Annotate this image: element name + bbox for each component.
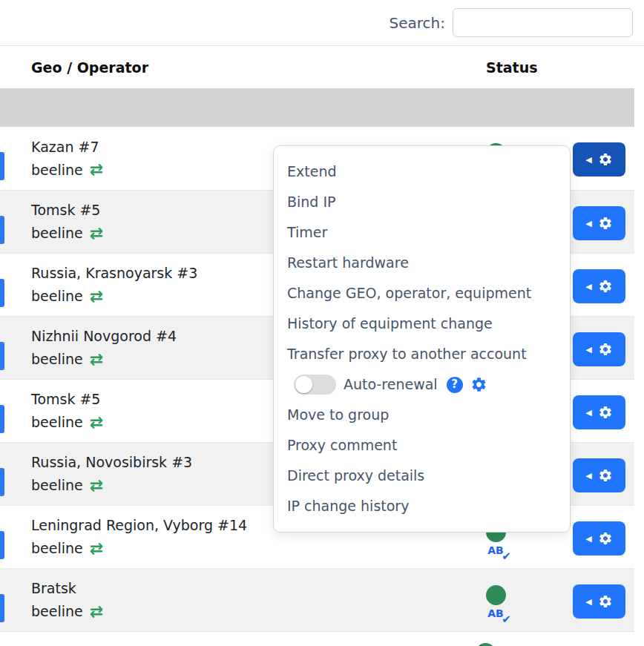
geo-title: Tomsk #5 — [31, 199, 103, 222]
swap-ip-icon[interactable]: ⇄ — [90, 225, 103, 242]
search-input[interactable] — [453, 8, 633, 37]
menu-item-timer[interactable]: Timer — [274, 217, 570, 248]
row-left-icon — [0, 216, 4, 244]
chevron-left-icon: ◀ — [585, 156, 591, 164]
gear-icon — [598, 405, 613, 420]
gear-icon — [598, 216, 613, 231]
table-row-partial — [0, 631, 634, 646]
menu-item-move-to-group[interactable]: Move to group — [274, 400, 570, 430]
row-settings-button[interactable]: ◀ — [573, 206, 625, 240]
menu-item-ip-change-history[interactable]: IP change history — [274, 491, 570, 521]
geo-title: Russia, Krasnoyarsk #3 — [31, 262, 197, 285]
operator-label: beeline — [31, 474, 83, 497]
swap-ip-icon[interactable]: ⇄ — [90, 289, 103, 305]
menu-item-direct-proxy-details[interactable]: Direct proxy details — [274, 461, 570, 491]
menu-item-transfer-proxy-to-another-account[interactable]: Transfer proxy to another account — [274, 339, 570, 369]
table-header: Geo / Operator Status — [0, 46, 644, 88]
ab-verified-icon: AB✔ — [487, 544, 504, 556]
gear-icon — [598, 531, 613, 546]
geo-operator-cell: Kazan #7 beeline ⇄ — [31, 136, 103, 182]
search-label: Search: — [390, 14, 445, 32]
geo-operator-cell: Nizhnii Novgorod #4 beeline ⇄ — [31, 325, 177, 371]
gear-icon — [598, 342, 613, 357]
row-left-icon — [0, 342, 4, 370]
auto-renewal-toggle[interactable] — [294, 375, 336, 395]
status-online-icon — [486, 585, 506, 605]
swap-ip-icon[interactable]: ⇄ — [90, 478, 103, 494]
geo-title: Kazan #7 — [31, 136, 103, 159]
row-settings-button[interactable]: ◀ — [573, 584, 625, 619]
row-actions-menu: ExtendBind IPTimerRestart hardwareChange… — [273, 145, 571, 533]
geo-title: Nizhnii Novgorod #4 — [31, 325, 177, 348]
row-settings-button[interactable]: ◀ — [573, 395, 625, 429]
row-settings-button[interactable]: ◀ — [573, 332, 625, 366]
geo-operator-cell: Tomsk #5 beeline ⇄ — [31, 388, 103, 434]
row-settings-button[interactable]: ◀ — [573, 458, 625, 492]
ab-verified-icon: AB✔ — [487, 607, 504, 619]
geo-operator-cell: Russia, Novosibirsk #3 beeline ⇄ — [31, 451, 192, 497]
help-icon[interactable]: ? — [447, 377, 463, 393]
chevron-left-icon: ◀ — [585, 535, 591, 543]
row-left-icon — [0, 152, 4, 180]
geo-title: Bratsk — [31, 577, 103, 600]
row-settings-button[interactable]: ◀ — [573, 142, 625, 177]
row-settings-button[interactable]: ◀ — [573, 269, 625, 303]
column-header-status: Status — [486, 59, 538, 76]
row-left-icon — [0, 468, 4, 496]
chevron-left-icon: ◀ — [585, 283, 591, 291]
status-cell: AB✔ — [467, 585, 524, 619]
menu-item-history-of-equipment-change[interactable]: History of equipment change — [274, 309, 570, 339]
swap-ip-icon[interactable]: ⇄ — [90, 541, 103, 557]
gear-icon — [598, 468, 613, 483]
gear-icon[interactable] — [470, 376, 487, 393]
geo-title: Leningrad Region, Vyborg #14 — [31, 514, 247, 537]
menu-item-proxy-comment[interactable]: Proxy comment — [274, 430, 570, 461]
group-bar — [0, 88, 634, 127]
swap-ip-icon[interactable]: ⇄ — [90, 604, 103, 620]
toggle-knob — [295, 376, 312, 393]
geo-operator-cell: Bratsk beeline ⇄ — [31, 577, 103, 623]
geo-operator-cell: Russia, Krasnoyarsk #3 beeline ⇄ — [31, 262, 197, 308]
operator-label: beeline — [31, 222, 83, 245]
topbar: Search: — [0, 0, 644, 46]
row-left-icon — [0, 405, 4, 433]
row-left-icon — [0, 594, 4, 622]
swap-ip-icon[interactable]: ⇄ — [90, 162, 103, 178]
operator-label: beeline — [31, 600, 83, 623]
auto-renewal-label: Auto-renewal — [344, 369, 438, 400]
geo-title: Russia, Novosibirsk #3 — [31, 451, 192, 474]
chevron-left-icon: ◀ — [585, 472, 591, 480]
menu-item-bind-ip[interactable]: Bind IP — [274, 187, 570, 217]
geo-operator-cell: Leningrad Region, Vyborg #14 beeline ⇄ — [31, 514, 247, 560]
swap-ip-icon[interactable]: ⇄ — [90, 415, 103, 431]
row-left-icon — [0, 279, 4, 307]
swap-ip-icon[interactable]: ⇄ — [90, 352, 103, 368]
status-online-icon — [476, 643, 496, 646]
geo-operator-cell: Tomsk #5 beeline ⇄ — [31, 199, 103, 245]
chevron-left-icon: ◀ — [585, 346, 591, 354]
gear-icon — [598, 152, 613, 167]
operator-label: beeline — [31, 285, 83, 308]
operator-label: beeline — [31, 537, 83, 560]
menu-item-change-geo-operator-equipment[interactable]: Change GEO, operator, equipment — [274, 278, 570, 309]
gear-icon — [598, 594, 613, 609]
table-row: Bratsk beeline ⇄ AB✔ ◀ — [0, 568, 634, 631]
operator-label: beeline — [31, 348, 83, 371]
operator-label: beeline — [31, 411, 83, 434]
menu-item-auto-renewal: Auto-renewal ? — [274, 369, 570, 400]
chevron-left-icon: ◀ — [585, 220, 591, 228]
gear-icon — [598, 279, 613, 294]
row-left-icon — [0, 531, 4, 559]
geo-title: Tomsk #5 — [31, 388, 103, 411]
menu-item-extend[interactable]: Extend — [274, 156, 570, 187]
chevron-left-icon: ◀ — [585, 409, 591, 417]
operator-label: beeline — [31, 159, 83, 182]
check-icon: ✔ — [502, 613, 511, 626]
menu-item-restart-hardware[interactable]: Restart hardware — [274, 248, 570, 278]
chevron-left-icon: ◀ — [585, 598, 591, 606]
column-header-geo-operator: Geo / Operator — [31, 59, 148, 76]
row-settings-button[interactable]: ◀ — [573, 521, 625, 556]
check-icon: ✔ — [502, 550, 511, 563]
